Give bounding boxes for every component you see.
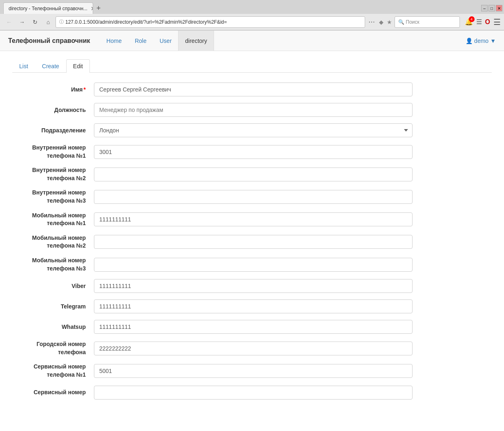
tab-list[interactable]: List (12, 59, 35, 73)
back-button[interactable]: ← (3, 16, 15, 28)
maximize-button[interactable]: □ (488, 5, 495, 11)
app-nav: Телефонный справочник Home Role User dir… (0, 31, 504, 51)
minimize-button[interactable]: – (481, 5, 488, 11)
division-row: Подразделение Лондон (12, 123, 413, 137)
notification-count: 4 (469, 16, 475, 22)
name-input[interactable] (94, 83, 413, 96)
tab-title: directory - Телефонный справочн... (9, 6, 87, 11)
notification-badge[interactable]: 🔔 4 (465, 18, 473, 26)
position-label: Должность (12, 107, 94, 113)
user-name: demo (474, 38, 488, 44)
internal2-row: Внутренний номертелефона №2 (12, 166, 413, 182)
internal3-label: Внутренний номертелефона №3 (12, 189, 94, 205)
division-label: Подразделение (12, 127, 94, 134)
shield-icon: ◆ (379, 19, 384, 25)
nav-role[interactable]: Role (128, 31, 153, 51)
mobile1-input[interactable] (94, 212, 413, 226)
mobile2-input[interactable] (94, 235, 413, 249)
content-area: List Create Edit Имя* Должность Подразде… (0, 51, 504, 414)
search-icon: 🔍 (398, 19, 404, 25)
telegram-input[interactable] (94, 299, 413, 313)
new-tab-button[interactable]: + (96, 4, 101, 12)
internal1-row: Внутренний номертелефона №1 (12, 144, 413, 160)
nav-home[interactable]: Home (100, 31, 128, 51)
mobile3-row: Мобильный номертелефона №3 (12, 257, 413, 272)
app-brand: Телефонный справочник (8, 37, 90, 45)
internal2-input[interactable] (94, 167, 413, 181)
library-icon[interactable]: ☰ (476, 18, 482, 26)
user-icon: 👤 (466, 38, 473, 44)
mobile2-row: Мобильный номертелефона №2 (12, 234, 413, 250)
browser-icons: 🔔 4 ☰ O ☰ (465, 17, 501, 27)
city-phone-input[interactable] (94, 342, 413, 355)
service1-row: Сервисный номертелефона №1 (12, 363, 413, 379)
tab-bar: directory - Телефонный справочн... ✕ + –… (0, 0, 504, 14)
tab-close-button[interactable]: ✕ (91, 5, 93, 12)
more-options-button[interactable]: ⋯ (368, 18, 375, 26)
position-input[interactable] (94, 103, 413, 117)
whatsup-row: Whatsup (12, 320, 413, 334)
mobile3-input[interactable] (94, 258, 413, 272)
service2-input[interactable] (94, 386, 413, 400)
address-text: 127.0.0.1:5000/admin/directory/edit/?url… (65, 19, 361, 25)
bookmark-icon[interactable]: ★ (387, 19, 392, 25)
mobile3-label: Мобильный номертелефона №3 (12, 257, 94, 272)
menu-button[interactable]: ☰ (493, 17, 501, 27)
nav-user[interactable]: User (153, 31, 178, 51)
opera-icon: O (485, 18, 490, 26)
internal1-label: Внутренний номертелефона №1 (12, 144, 94, 160)
search-bar[interactable]: 🔍 Поиск (395, 16, 460, 28)
service2-label: Сервисный номер (12, 389, 94, 397)
close-button[interactable]: ✕ (496, 5, 502, 11)
telegram-row: Telegram (12, 299, 413, 313)
mobile1-row: Мобильный номертелефона №1 (12, 212, 413, 228)
city-phone-row: Городской номертелефона (12, 340, 413, 356)
window-controls: – □ ✕ (480, 5, 502, 11)
lock-icon: ⓘ (59, 19, 64, 25)
service1-label: Сервисный номертелефона №1 (12, 363, 94, 379)
app-container: Телефонный справочник Home Role User dir… (0, 31, 504, 431)
service2-row: Сервисный номер (12, 386, 413, 400)
nav-directory[interactable]: directory (178, 31, 214, 51)
reload-button[interactable]: ↻ (29, 16, 41, 28)
page-tabs: List Create Edit (12, 59, 492, 73)
user-menu[interactable]: 👤 demo ▼ (466, 38, 496, 44)
tab-edit[interactable]: Edit (66, 59, 90, 73)
whatsup-label: Whatsup (12, 324, 94, 330)
nav-bar: ← → ↻ ⌂ ⓘ 127.0.0.1:5000/admin/directory… (0, 14, 504, 30)
telegram-label: Telegram (12, 303, 94, 310)
name-label: Имя* (12, 86, 94, 93)
position-row: Должность (12, 103, 413, 117)
viber-label: Viber (12, 283, 94, 289)
internal1-input[interactable] (94, 145, 413, 159)
city-phone-label: Городской номертелефона (12, 340, 94, 356)
form-container: Имя* Должность Подразделение Лондон Внут… (12, 83, 413, 400)
home-button[interactable]: ⌂ (42, 16, 54, 28)
address-bar[interactable]: ⓘ 127.0.0.1:5000/admin/directory/edit/?u… (56, 16, 365, 28)
dropdown-icon: ▼ (490, 38, 496, 44)
browser-tab[interactable]: directory - Телефонный справочн... ✕ (3, 2, 93, 14)
viber-row: Viber (12, 279, 413, 293)
viber-input[interactable] (94, 279, 413, 293)
tab-create[interactable]: Create (35, 59, 66, 73)
mobile1-label: Мобильный номертелефона №1 (12, 212, 94, 228)
service1-input[interactable] (94, 364, 413, 378)
whatsup-input[interactable] (94, 320, 413, 334)
nav-links: Home Role User directory (100, 31, 466, 51)
required-indicator: * (84, 86, 86, 93)
forward-button[interactable]: → (16, 16, 28, 28)
internal2-label: Внутренний номертелефона №2 (12, 166, 94, 182)
search-placeholder: Поиск (406, 19, 419, 25)
division-select[interactable]: Лондон (94, 123, 413, 137)
internal3-row: Внутренний номертелефона №3 (12, 189, 413, 205)
internal3-input[interactable] (94, 190, 413, 204)
browser-chrome: directory - Телефонный справочн... ✕ + –… (0, 0, 504, 31)
name-row: Имя* (12, 83, 413, 96)
mobile2-label: Мобильный номертелефона №2 (12, 234, 94, 250)
